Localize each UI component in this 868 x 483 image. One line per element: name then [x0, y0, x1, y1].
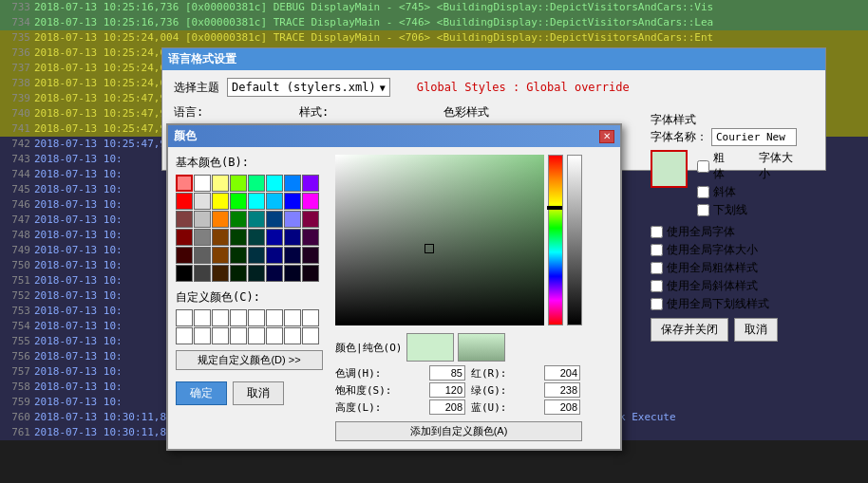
color-cell[interactable]	[230, 229, 247, 246]
use-global-bold-cb[interactable]	[651, 262, 663, 274]
color-cell[interactable]	[194, 211, 211, 228]
custom-cell[interactable]	[212, 309, 229, 326]
define-custom-button[interactable]: 规定自定义颜色(D) >>	[176, 350, 323, 370]
red-input[interactable]	[544, 365, 580, 381]
color-cell[interactable]	[230, 211, 247, 228]
add-custom-button[interactable]: 添加到自定义颜色(A)	[335, 421, 582, 441]
color-cell[interactable]	[302, 193, 319, 210]
custom-cell[interactable]	[248, 309, 265, 326]
cancel-main-button[interactable]: 取消	[734, 318, 778, 342]
custom-cell[interactable]	[302, 327, 319, 344]
font-name-input[interactable]: Courier New	[711, 128, 797, 146]
lang-settings-title: 语言格式设置	[168, 51, 236, 67]
color-cell[interactable]	[248, 211, 265, 228]
custom-cell[interactable]	[194, 327, 211, 344]
color-cell[interactable]	[302, 265, 319, 282]
color-cell[interactable]	[266, 229, 283, 246]
custom-cell[interactable]	[176, 327, 193, 344]
underline-checkbox[interactable]	[697, 204, 709, 216]
use-global-italic-cb[interactable]	[651, 280, 663, 292]
color-cell[interactable]	[266, 211, 283, 228]
italic-checkbox[interactable]	[697, 186, 709, 198]
log-line-num: 755	[0, 334, 34, 349]
color-cell[interactable]	[248, 265, 265, 282]
color-cell[interactable]	[230, 175, 247, 192]
use-global-bold-label: 使用全局粗体样式	[667, 260, 758, 276]
color-dialog-close-button[interactable]: ✕	[599, 130, 614, 143]
color-cell[interactable]	[266, 247, 283, 264]
color-cell[interactable]	[230, 265, 247, 282]
color-cell[interactable]	[284, 265, 301, 282]
blue-input[interactable]	[544, 399, 580, 415]
log-line-text: 2018-07-13 10:	[34, 243, 123, 258]
color-cell[interactable]	[194, 247, 211, 264]
basic-color-grid	[176, 175, 328, 282]
color-cell[interactable]	[230, 247, 247, 264]
color-cell[interactable]	[212, 175, 229, 192]
color-cell[interactable]	[212, 211, 229, 228]
green-input[interactable]	[544, 382, 580, 398]
custom-cell[interactable]	[194, 309, 211, 326]
color-cell[interactable]	[248, 193, 265, 210]
color-cell[interactable]	[176, 193, 193, 210]
color-cell[interactable]	[302, 229, 319, 246]
custom-cell[interactable]	[230, 309, 247, 326]
color-cell[interactable]	[248, 175, 265, 192]
color-gradient[interactable]	[335, 155, 544, 325]
luminance-bar[interactable]	[567, 155, 582, 325]
color-cell[interactable]	[266, 193, 283, 210]
luminance-input[interactable]	[429, 399, 465, 415]
use-global-font-size-label: 使用全局字体大小	[667, 242, 758, 258]
bold-checkbox[interactable]	[697, 160, 709, 173]
color-cell[interactable]	[212, 193, 229, 210]
hue-bar[interactable]	[548, 155, 563, 325]
color-cell[interactable]	[176, 265, 193, 282]
preview-solid	[406, 333, 454, 362]
use-global-font-cb[interactable]	[651, 226, 663, 238]
color-cell[interactable]	[212, 247, 229, 264]
color-cell[interactable]	[176, 211, 193, 228]
color-cell[interactable]	[176, 229, 193, 246]
use-global-font-size-cb[interactable]	[651, 244, 663, 256]
custom-cell[interactable]	[212, 327, 229, 344]
save-close-button[interactable]: 保存并关闭	[651, 318, 728, 342]
color-cell[interactable]	[176, 247, 193, 264]
log-line-text: 2018-07-13 10:	[34, 228, 123, 243]
ok-button[interactable]: 确定	[176, 381, 227, 405]
log-line-num: 742	[0, 137, 34, 152]
color-cell[interactable]	[284, 211, 301, 228]
color-cell[interactable]	[302, 175, 319, 192]
use-global-underline-cb[interactable]	[651, 298, 663, 310]
custom-cell[interactable]	[302, 309, 319, 326]
color-cell[interactable]	[248, 229, 265, 246]
color-cell[interactable]	[284, 229, 301, 246]
color-cell[interactable]	[284, 175, 301, 192]
saturation-input[interactable]	[429, 382, 465, 398]
color-cell[interactable]	[194, 175, 211, 192]
color-cell[interactable]	[284, 247, 301, 264]
color-cell[interactable]	[194, 193, 211, 210]
color-cell[interactable]	[212, 265, 229, 282]
color-preview-box[interactable]	[651, 150, 688, 188]
color-cell[interactable]	[266, 265, 283, 282]
custom-cell[interactable]	[266, 309, 283, 326]
color-cell[interactable]	[212, 229, 229, 246]
color-cell[interactable]	[230, 193, 247, 210]
theme-select[interactable]: Default (stylers.xml) ▼	[227, 78, 390, 97]
custom-cell[interactable]	[248, 327, 265, 344]
color-cell[interactable]	[248, 247, 265, 264]
custom-cell[interactable]	[284, 309, 301, 326]
color-cell[interactable]	[284, 193, 301, 210]
custom-cell[interactable]	[176, 309, 193, 326]
color-cell[interactable]	[176, 175, 193, 192]
color-cell[interactable]	[302, 247, 319, 264]
color-cell[interactable]	[302, 211, 319, 228]
color-cell[interactable]	[266, 175, 283, 192]
custom-cell[interactable]	[284, 327, 301, 344]
hue-input[interactable]	[429, 365, 465, 381]
custom-cell[interactable]	[230, 327, 247, 344]
cancel-button[interactable]: 取消	[233, 381, 284, 405]
color-cell[interactable]	[194, 229, 211, 246]
color-cell[interactable]	[194, 265, 211, 282]
custom-cell[interactable]	[266, 327, 283, 344]
